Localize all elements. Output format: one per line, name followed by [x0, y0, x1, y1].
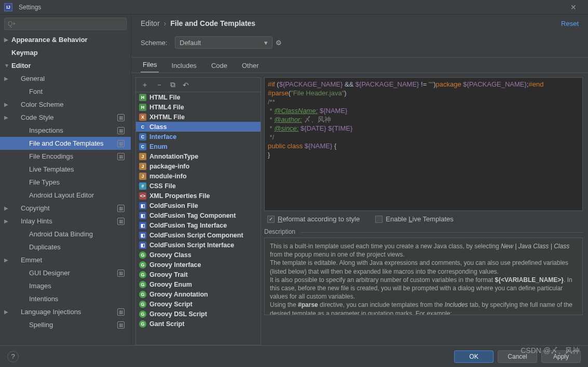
template-item-groovy-script[interactable]: GGroovy Script — [136, 299, 261, 309]
search-input[interactable] — [4, 18, 127, 30]
tree-item-inlay-hints[interactable]: ▶Inlay Hints▦ — [0, 215, 131, 228]
template-item-xhtml-file[interactable]: XXHTML File — [136, 112, 261, 122]
template-item-groovy-annotation[interactable]: GGroovy Annotation — [136, 289, 261, 299]
template-item-label: HTML4 File — [149, 104, 184, 111]
template-item-label: Groovy Script — [149, 301, 193, 308]
template-item-annotationtype[interactable]: JAnnotationType — [136, 151, 261, 161]
template-item-coldfusion-script-component[interactable]: ◧ColdFusion Script Component — [136, 230, 261, 240]
app-logo-icon: IJ — [4, 3, 12, 11]
template-item-groovy-interface[interactable]: GGroovy Interface — [136, 260, 261, 270]
file-type-icon: J — [139, 153, 146, 160]
tree-item-editor[interactable]: ▼Editor — [0, 59, 131, 72]
tree-item-label: File Types — [29, 178, 60, 186]
tree-item-images[interactable]: Images — [0, 279, 131, 292]
reset-link[interactable]: Reset — [561, 20, 579, 27]
file-type-icon: ◧ — [139, 222, 146, 229]
tree-item-appearance-behavior[interactable]: ▶Appearance & Behavior — [0, 33, 131, 46]
ok-button[interactable]: OK — [454, 350, 494, 363]
add-icon[interactable]: ＋ — [141, 80, 148, 90]
template-item-html4-file[interactable]: HHTML4 File — [136, 102, 261, 112]
scope-icon: ▦ — [117, 127, 125, 134]
template-item-interface[interactable]: CInterface — [136, 132, 261, 142]
template-item-coldfusion-script-interface[interactable]: ◧ColdFusion Script Interface — [136, 240, 261, 250]
file-type-icon: X — [139, 114, 146, 121]
chevron-right-icon: ▶ — [4, 115, 9, 120]
enable-live-templates-checkbox[interactable]: Enable Live TemplatesEnable Live Templat… — [375, 215, 454, 223]
tree-item-color-scheme[interactable]: ▶Color Scheme — [0, 98, 131, 111]
tree-item-general[interactable]: ▶General — [0, 72, 131, 85]
template-item-module-info[interactable]: Jmodule-info — [136, 171, 261, 181]
template-item-groovy-enum[interactable]: GGroovy Enum — [136, 279, 261, 289]
description-text: This is a built-in template used each ti… — [264, 237, 583, 315]
template-item-class[interactable]: CClass — [136, 122, 261, 132]
scheme-select[interactable]: Default ▾ — [175, 36, 272, 49]
template-item-css-file[interactable]: #CSS File — [136, 181, 261, 191]
file-type-icon: C — [139, 123, 146, 131]
template-item-html-file[interactable]: HHTML File — [136, 92, 261, 102]
template-item-package-info[interactable]: Jpackage-info — [136, 161, 261, 171]
tree-item-font[interactable]: Font — [0, 85, 131, 98]
revert-icon[interactable]: ↶ — [183, 81, 189, 89]
tree-item-label: General — [21, 75, 45, 82]
scope-icon: ▦ — [117, 140, 125, 147]
tree-item-intentions[interactable]: Intentions — [0, 292, 131, 305]
gear-icon[interactable]: ⚙ — [276, 39, 282, 47]
breadcrumb-part1[interactable]: Editor — [141, 19, 160, 27]
tab-other[interactable]: Other — [240, 59, 261, 73]
tree-item-duplicates[interactable]: Duplicates — [0, 241, 131, 253]
tree-item-live-templates[interactable]: Live Templates — [0, 163, 131, 176]
close-icon[interactable]: ✕ — [563, 3, 584, 11]
template-item-groovy-dsl-script[interactable]: GGroovy DSL Script — [136, 309, 261, 319]
tab-includes[interactable]: Includes — [169, 59, 198, 73]
template-item-groovy-trait[interactable]: GGroovy Trait — [136, 270, 261, 279]
template-item-label: package-info — [149, 163, 189, 170]
tree-item-copyright[interactable]: ▶Copyright▦ — [0, 202, 131, 215]
template-item-label: CSS File — [149, 182, 176, 190]
tab-code[interactable]: Code — [209, 59, 229, 73]
file-type-icon: ◧ — [139, 212, 146, 219]
template-item-label: ColdFusion Script Component — [149, 232, 243, 239]
tree-item-code-style[interactable]: ▶Code Style▦ — [0, 111, 131, 124]
template-item-label: Groovy Trait — [149, 271, 188, 278]
tree-item-label: Spelling — [29, 321, 53, 329]
template-item-xml-properties-file[interactable]: <>XML Properties File — [136, 191, 261, 201]
tree-item-inspections[interactable]: Inspections▦ — [0, 124, 131, 137]
apply-button[interactable]: Apply — [541, 350, 581, 363]
tree-item-language-injections[interactable]: ▶Language Injections▦ — [0, 305, 131, 318]
help-icon[interactable]: ? — [7, 351, 19, 362]
template-item-gant-script[interactable]: GGant Script — [136, 319, 261, 329]
tree-item-file-types[interactable]: File Types — [0, 176, 131, 189]
template-item-label: XML Properties File — [149, 192, 210, 200]
template-item-enum[interactable]: CEnum — [136, 142, 261, 151]
reformat-checkbox[interactable]: ✓ RReformat according to styleeformat ac… — [267, 215, 360, 223]
template-item-groovy-class[interactable]: GGroovy Class — [136, 250, 261, 260]
cancel-button[interactable]: Cancel — [498, 350, 537, 363]
scheme-label: Scheme: — [141, 39, 175, 47]
template-item-coldfusion-tag-interface[interactable]: ◧ColdFusion Tag Interface — [136, 220, 261, 230]
tree-item-android-layout-editor[interactable]: Android Layout Editor — [0, 189, 131, 202]
tree-item-file-and-code-templates[interactable]: File and Code Templates▦ — [0, 137, 131, 150]
tree-item-android-data-binding[interactable]: Android Data Binding — [0, 228, 131, 241]
tree-item-file-encodings[interactable]: File Encodings▦ — [0, 150, 131, 163]
template-item-coldfusion-tag-component[interactable]: ◧ColdFusion Tag Component — [136, 210, 261, 220]
template-item-label: Interface — [149, 133, 176, 140]
copy-icon[interactable]: ⧉ — [170, 80, 175, 89]
tree-item-gui-designer[interactable]: GUI Designer▦ — [0, 266, 131, 279]
template-item-label: ColdFusion Tag Component — [149, 212, 236, 219]
template-item-label: Gant Script — [149, 320, 184, 328]
file-type-icon: # — [139, 182, 146, 190]
tree-item-label: GUI Designer — [29, 269, 70, 277]
tree-item-label: Inspections — [29, 126, 63, 134]
template-editor[interactable]: #if (${PACKAGE_NAME} && ${PACKAGE_NAME} … — [264, 77, 583, 211]
tree-item-spelling[interactable]: Spelling▦ — [0, 318, 131, 331]
tree-item-emmet[interactable]: ▶Emmet — [0, 253, 131, 266]
tree-item-label: Emmet — [21, 256, 42, 264]
template-list[interactable]: HHTML FileHHTML4 FileXXHTML FileCClassCI… — [135, 92, 261, 345]
tree-item-label: File and Code Templates — [29, 139, 104, 147]
template-item-label: Groovy Class — [149, 251, 192, 259]
tree-item-keymap[interactable]: Keymap — [0, 46, 131, 59]
tree-item-label: Keymap — [11, 49, 38, 57]
template-item-coldfusion-file[interactable]: ◧ColdFusion File — [136, 201, 261, 210]
tab-files[interactable]: Files — [141, 58, 159, 73]
remove-icon[interactable]: － — [156, 80, 163, 90]
